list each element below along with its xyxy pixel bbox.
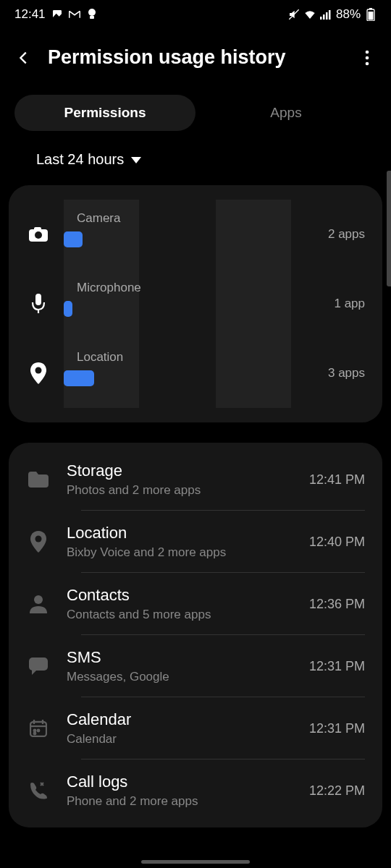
history-time: 12:40 PM [309, 535, 365, 550]
history-item-location[interactable]: Location Bixby Voice and 2 more apps 12:… [9, 511, 382, 573]
history-item-contacts[interactable]: Contacts Contacts and 5 more apps 12:36 … [9, 573, 382, 635]
signal-icon [320, 9, 332, 20]
chart-count: 3 apps [314, 366, 365, 380]
gmail-icon [69, 9, 80, 20]
chart-count: 2 apps [314, 227, 365, 242]
svg-rect-24 [29, 658, 48, 671]
history-title: Location [67, 524, 293, 542]
history-title: Calendar [67, 710, 293, 729]
svg-point-21 [35, 367, 42, 374]
more-options-button[interactable] [356, 47, 378, 69]
chart-bar [64, 301, 72, 317]
status-time: 12:41 [14, 7, 46, 22]
filter-label: Last 24 hours [36, 151, 124, 168]
history-title: SMS [67, 648, 293, 667]
header: Permission usage history [0, 29, 391, 82]
chart-label: Location [77, 350, 123, 365]
wifi-icon [304, 9, 316, 20]
calendar-icon [26, 720, 51, 737]
chevron-down-icon [131, 151, 141, 168]
history-sub: Bixby Voice and 2 more apps [67, 545, 293, 560]
history-time: 12:41 PM [309, 472, 365, 488]
svg-rect-7 [326, 12, 328, 20]
history-item-storage[interactable]: Storage Photos and 2 more apps 12:41 PM [9, 448, 382, 511]
microphone-icon [26, 294, 51, 314]
history-time: 12:22 PM [309, 783, 365, 799]
svg-point-31 [38, 730, 40, 732]
chart-bar [64, 370, 94, 386]
tab-apps[interactable]: Apps [196, 95, 377, 131]
history-sub: Photos and 2 more apps [67, 483, 293, 498]
svg-point-30 [34, 730, 36, 732]
svg-point-32 [34, 733, 36, 735]
svg-rect-6 [323, 14, 325, 20]
chart-row-camera[interactable]: Camera 2 apps [26, 200, 365, 269]
scrollbar[interactable] [387, 171, 391, 286]
location-pin-icon [26, 531, 51, 553]
mute-icon [288, 9, 300, 20]
svg-rect-19 [35, 294, 41, 305]
tab-permissions[interactable]: Permissions [14, 95, 196, 131]
history-time: 12:31 PM [309, 659, 365, 674]
svg-point-18 [35, 231, 42, 239]
battery-percent: 88% [336, 7, 361, 22]
usage-chart-card: Camera 2 apps Microphone 1 app Location … [9, 185, 382, 422]
svg-point-13 [366, 56, 369, 59]
history-item-calendar[interactable]: Calendar Calendar 12:31 PM [9, 697, 382, 760]
image-icon [51, 9, 63, 20]
history-sub: Phone and 2 more apps [67, 794, 293, 809]
back-button[interactable] [13, 47, 35, 69]
tabs: Permissions Apps [0, 82, 391, 138]
lightbulb-icon [86, 9, 98, 20]
folder-icon [26, 472, 51, 488]
history-title: Contacts [67, 586, 293, 605]
history-time: 12:36 PM [309, 597, 365, 612]
camera-icon [26, 227, 51, 242]
history-item-call-logs[interactable]: Call logs Phone and 2 more apps 12:22 PM [9, 760, 382, 822]
chart-label: Camera [77, 211, 120, 226]
person-icon [26, 595, 51, 613]
chart-bar [64, 231, 83, 247]
phone-log-icon [26, 781, 51, 800]
page-title: Permission usage history [48, 46, 343, 69]
history-sub: Contacts and 5 more apps [67, 608, 293, 622]
svg-point-12 [366, 50, 369, 54]
svg-rect-10 [369, 12, 374, 20]
svg-rect-11 [369, 8, 372, 9]
svg-rect-8 [329, 10, 331, 20]
status-bar: 12:41 88% [0, 0, 391, 29]
svg-point-2 [88, 9, 96, 16]
history-title: Call logs [67, 773, 293, 791]
chart-row-location[interactable]: Location 3 apps [26, 339, 365, 408]
time-filter-dropdown[interactable]: Last 24 hours [0, 138, 391, 176]
svg-marker-15 [131, 157, 141, 163]
history-sub: Calendar [67, 732, 293, 746]
svg-rect-17 [34, 227, 41, 231]
svg-point-14 [366, 61, 369, 65]
history-sub: Messages, Google [67, 670, 293, 684]
svg-point-22 [35, 536, 42, 542]
chat-icon [26, 658, 51, 675]
svg-rect-3 [90, 16, 94, 19]
chart-count: 1 app [314, 297, 365, 311]
gesture-bar[interactable] [141, 860, 250, 864]
history-time: 12:31 PM [309, 721, 365, 736]
history-list: Storage Photos and 2 more apps 12:41 PM … [9, 443, 382, 827]
chart-row-microphone[interactable]: Microphone 1 app [26, 269, 365, 339]
svg-rect-5 [320, 17, 322, 20]
history-title: Storage [67, 461, 293, 480]
battery-icon [365, 9, 377, 20]
svg-point-23 [34, 595, 43, 604]
location-pin-icon [26, 362, 51, 384]
chart-label: Microphone [77, 281, 141, 295]
history-item-sms[interactable]: SMS Messages, Google 12:31 PM [9, 635, 382, 697]
